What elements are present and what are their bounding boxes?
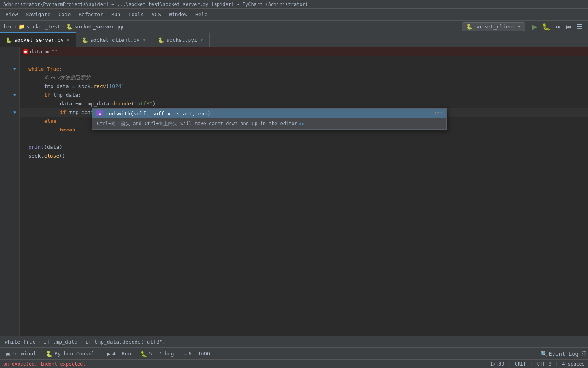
- code-line-13: sock.close(): [20, 152, 588, 160]
- title-text: Administrator\PycharmProjects\spider] — …: [3, 2, 308, 7]
- hint-link[interactable]: >>: [299, 121, 304, 127]
- status-error-message: on expected. Indent expected.: [3, 361, 490, 367]
- status-bar: on expected. Indent expected. 17:39 | CR…: [0, 359, 588, 368]
- gutter-line-8: ▼: [3, 108, 16, 117]
- run-config-icon: 🐍: [466, 24, 472, 30]
- debug-panel-button[interactable]: 🐛 5: Debug: [136, 349, 179, 359]
- python-console-icon: 🐍: [46, 351, 52, 357]
- gutter-line-11: [3, 134, 16, 143]
- fold-arrow-2: ▼: [13, 91, 16, 100]
- gutter-line-12: [3, 143, 16, 152]
- path-segment-dir: 📁 socket_test: [19, 24, 60, 30]
- ac-item-text-0: endswith(self, suffix, start, end): [106, 111, 211, 116]
- gutter-line-2: [3, 56, 16, 65]
- run-config-dropdown[interactable]: 🐍 socket_client ▾: [462, 22, 525, 31]
- tab-label-2: socket.pyi: [166, 37, 197, 43]
- method-icon: m: [96, 110, 103, 116]
- menu-bar: View Navigate Code Refactor Run Tools VC…: [0, 9, 588, 21]
- tab-socket-server[interactable]: 🐍 socket_server.py ✕: [0, 32, 76, 47]
- tab-icon-0: 🐍: [6, 37, 12, 43]
- path-segment-root: ler: [3, 24, 12, 30]
- debug-button[interactable]: 🐛: [540, 21, 553, 32]
- menu-window[interactable]: Window: [165, 10, 191, 19]
- tab-close-0[interactable]: ✕: [66, 37, 70, 43]
- search-icon: 🔍: [541, 351, 547, 357]
- menu-tools[interactable]: Tools: [124, 10, 147, 19]
- code-editor[interactable]: ● data = "" while True: #recv方法是阻塞的 tmp_…: [20, 47, 588, 336]
- debug-panel-icon: 🐛: [140, 351, 147, 357]
- bc-item-2: if tmp_data.decode("utf8"): [85, 339, 166, 345]
- run-panel-label: 4: Run: [112, 351, 131, 357]
- line-ending[interactable]: CRLF: [515, 361, 526, 367]
- chevron-down-icon: ▾: [517, 24, 521, 30]
- todo-panel-button[interactable]: ≡ 6: TODO: [179, 349, 215, 359]
- menu-run[interactable]: Run: [107, 10, 124, 19]
- path-segment-file: 🐍 socket_server.py: [66, 24, 123, 30]
- more-button[interactable]: ☰: [575, 21, 585, 32]
- tab-close-1[interactable]: ✕: [142, 37, 146, 43]
- event-log-button[interactable]: 🔍 Event Log: [541, 351, 579, 357]
- code-token: data: [30, 47, 42, 56]
- error-indicator: ●: [23, 49, 28, 54]
- gutter-line-13: [3, 152, 16, 160]
- tab-icon-1: 🐍: [82, 37, 88, 43]
- run-panel-icon: ▶: [107, 351, 110, 357]
- code-line-6: if tmp_data:: [20, 91, 588, 100]
- fold-arrow-3: ▼: [13, 108, 16, 117]
- tab-icon-2: 🐍: [158, 37, 164, 43]
- line-number-gutter: ▼ ▼ ▼: [0, 47, 20, 336]
- status-right-group: 17:39 | CRLF | UTF-8 | 4 spaces: [490, 361, 585, 367]
- coverage-button[interactable]: ⏮: [564, 22, 574, 31]
- code-line-2: [20, 56, 588, 65]
- path-bar: ler › 📁 socket_test › 🐍 socket_server.py…: [0, 21, 588, 33]
- bottom-breadcrumb: while True › if tmp_data › if tmp_data.d…: [0, 336, 588, 347]
- python-console-button[interactable]: 🐍 Python Console: [41, 349, 103, 359]
- bc-item-0: while True: [5, 339, 35, 345]
- run-panel-button[interactable]: ▶ 4: Run: [103, 349, 136, 359]
- cursor-position[interactable]: 17:39: [490, 361, 504, 367]
- menu-refactor[interactable]: Refactor: [75, 10, 107, 19]
- code-line-4: #recv方法是阻塞的: [20, 73, 588, 82]
- bc-sep-0: ›: [38, 339, 41, 345]
- autocomplete-item-0[interactable]: m endswith(self, suffix, start, end) str: [92, 109, 446, 118]
- step-over-button[interactable]: ⏭: [553, 22, 563, 31]
- code-line-1: ● data = "": [20, 47, 588, 56]
- encoding[interactable]: UTF-8: [537, 361, 551, 367]
- tab-socket-client[interactable]: 🐍 socket_client.py ✕: [76, 32, 152, 47]
- debug-panel-label: 5: Debug: [149, 351, 174, 357]
- locale-indicator: 英: [582, 350, 586, 357]
- hint-text: Ctrl+向下箭头 and Ctrl+向上箭头 will move caret …: [97, 120, 297, 127]
- gutter-line-4: [3, 73, 16, 82]
- menu-view[interactable]: View: [2, 10, 22, 19]
- gutter-line-1: [3, 47, 16, 56]
- menu-help[interactable]: Help: [191, 10, 211, 19]
- tab-socket-pyi[interactable]: 🐍 socket.pyi ✕: [152, 32, 210, 47]
- todo-label: 6: TODO: [189, 351, 210, 357]
- tab-close-2[interactable]: ✕: [200, 37, 204, 43]
- python-file-icon: 🐍: [66, 24, 73, 30]
- run-button[interactable]: ▶: [530, 21, 539, 32]
- folder-icon: 📁: [19, 24, 25, 30]
- gutter-line-10: [3, 126, 16, 134]
- terminal-button[interactable]: ▣ Terminal: [2, 349, 41, 359]
- code-line-3: while True:: [20, 65, 588, 73]
- bottom-toolbar: ▣ Terminal 🐍 Python Console ▶ 4: Run 🐛 5…: [0, 347, 588, 359]
- run-toolbar: ▶ 🐛 ⏭ ⏮ ☰: [530, 21, 585, 32]
- menu-code[interactable]: Code: [54, 10, 75, 19]
- tab-label-1: socket_client.py: [90, 37, 140, 43]
- menu-vcs[interactable]: VCS: [148, 10, 165, 19]
- todo-icon: ≡: [183, 351, 187, 357]
- code-line-12: print(data): [20, 143, 588, 152]
- menu-navigate[interactable]: Navigate: [22, 10, 54, 19]
- title-bar: Administrator\PycharmProjects\spider] — …: [0, 0, 588, 9]
- bc-sep-1: ›: [80, 339, 83, 345]
- tabs-bar: 🐍 socket_server.py ✕ 🐍 socket_client.py …: [0, 33, 588, 47]
- autocomplete-hint: Ctrl+向下箭头 and Ctrl+向上箭头 will move caret …: [92, 118, 446, 129]
- gutter-line-6: ▼: [3, 91, 16, 100]
- indent-setting[interactable]: 4 spaces: [562, 361, 585, 367]
- path-sep-1: ›: [14, 24, 17, 30]
- gutter-line-7: [3, 100, 16, 108]
- main-editor-area: ▼ ▼ ▼ ● data = "" while True:: [0, 47, 588, 336]
- gutter-line-5: [3, 82, 16, 91]
- terminal-label: Terminal: [11, 351, 36, 357]
